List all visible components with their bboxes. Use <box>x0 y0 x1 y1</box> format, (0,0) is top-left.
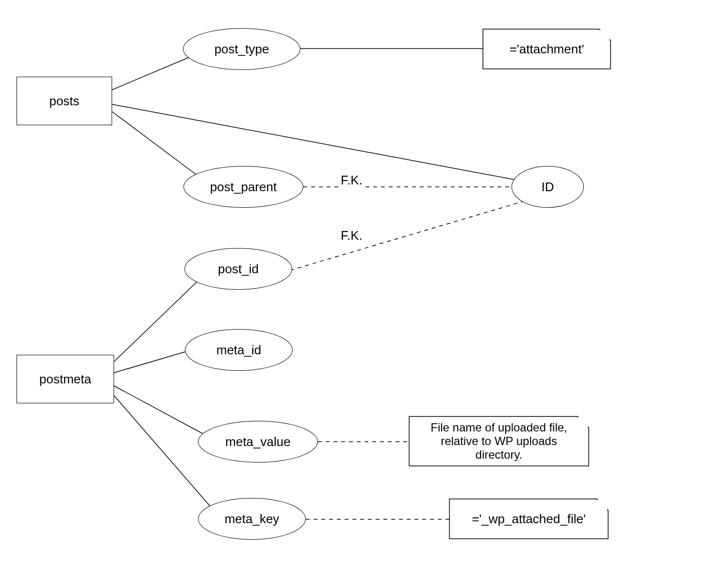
entity-posts: posts <box>17 77 112 125</box>
entity-postmeta: postmeta <box>17 355 114 403</box>
svg-line-7 <box>114 396 219 517</box>
svg-line-2 <box>112 104 514 180</box>
er-diagram: posts postmeta post_type post_parent ID … <box>0 0 728 580</box>
attribute-post-type-label: post_type <box>215 42 269 57</box>
note-wp-attached-file-text: ='_wp_attached_file' <box>472 512 586 527</box>
attribute-post-id-label: post_id <box>218 262 259 277</box>
entity-posts-label: posts <box>49 94 79 109</box>
note-wp-attached-file: ='_wp_attached_file' <box>450 500 607 538</box>
note-filename-text: File name of uploaded file, relative to … <box>416 421 582 462</box>
note-attachment-text: ='attachment' <box>510 42 584 57</box>
attribute-meta-key: meta_key <box>198 498 306 540</box>
svg-line-1 <box>112 112 203 180</box>
note-filename: File name of uploaded file, relative to … <box>410 417 588 465</box>
attribute-meta-value: meta_value <box>198 421 318 463</box>
entity-postmeta-label: postmeta <box>39 372 91 387</box>
attribute-post-type: post_type <box>183 28 300 70</box>
attribute-id: ID <box>512 166 584 208</box>
svg-line-5 <box>114 349 193 373</box>
fk-label-post-parent: F.K. <box>340 173 364 188</box>
fk-label-post-id-text: F.K. <box>341 228 363 243</box>
attribute-post-id: post_id <box>184 248 292 290</box>
fk-label-post-parent-text: F.K. <box>341 173 363 187</box>
svg-line-9 <box>290 199 531 270</box>
svg-line-6 <box>114 386 209 437</box>
attribute-meta-id: meta_id <box>185 329 293 371</box>
note-attachment: ='attachment' <box>484 30 610 68</box>
svg-line-0 <box>112 54 196 90</box>
attribute-meta-key-label: meta_key <box>225 512 280 527</box>
attribute-id-label: ID <box>542 180 554 195</box>
attribute-meta-value-label: meta_value <box>225 434 290 449</box>
attribute-meta-id-label: meta_id <box>216 343 262 358</box>
attribute-post-parent-label: post_parent <box>210 180 277 195</box>
attribute-post-parent: post_parent <box>183 166 303 208</box>
fk-label-post-id: F.K. <box>340 228 364 243</box>
